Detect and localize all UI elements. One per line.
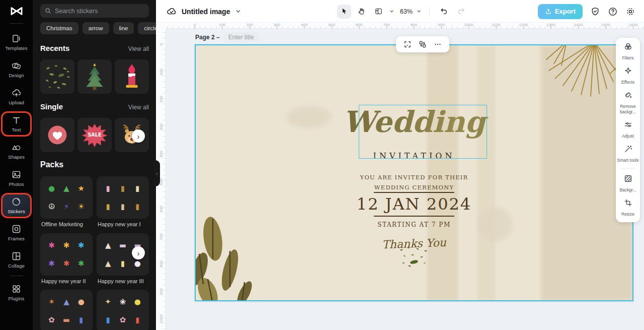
stickers-panel: Christmasarrowlinecircle Recents View al…	[33, 0, 156, 330]
sidebar-item-design[interactable]: Design	[2, 58, 31, 80]
sidebar-item-text[interactable]: Text	[2, 112, 31, 135]
tool-smart-tools[interactable]: Smart tools	[617, 144, 639, 163]
tool-background[interactable]: Backgr...	[617, 174, 639, 192]
document-title[interactable]: Untitled image	[182, 8, 230, 16]
pack-name: Happy new year Ⅰ	[98, 221, 149, 228]
sticker-sale-burst[interactable]: SALE	[77, 118, 112, 152]
pack-sticker: ▮	[101, 311, 115, 329]
tool-label: Backgr...	[617, 187, 639, 192]
pack-sticker: ▮	[115, 254, 130, 273]
ruler-tick-label: 100	[219, 23, 225, 27]
tool-effects[interactable]: Effects	[617, 66, 639, 85]
sidebar-item-upload[interactable]: Upload	[2, 85, 31, 107]
pack-name: Happy new year II	[41, 278, 93, 284]
confetti-graphic	[397, 246, 431, 268]
sticker-christmas-tree[interactable]	[77, 59, 112, 94]
single-scroll-right-button[interactable]: ›	[132, 246, 145, 259]
pack-card[interactable]: ✱✱✱✱✱✱	[40, 233, 93, 276]
packs-title: Packs	[40, 160, 63, 169]
capcut-logo-icon[interactable]	[0, 0, 33, 22]
canvas[interactable]: Wedding INVITATION YOU ARE INVITED FOR T…	[195, 44, 633, 301]
layout-chevron-down-icon[interactable]	[388, 8, 395, 15]
cloud-sync-icon[interactable]	[166, 6, 177, 17]
stickers-icon	[11, 196, 22, 207]
recents-view-all-link[interactable]: View all	[128, 45, 149, 52]
sticker-heart-badge[interactable]	[40, 118, 74, 152]
tool-resize[interactable]: Resize	[617, 198, 639, 217]
pack-sticker: ★	[74, 179, 89, 197]
filter-chip[interactable]: arrow	[83, 22, 109, 34]
pack-sticker: ✿	[44, 311, 59, 329]
filter-chip[interactable]: Christmas	[40, 22, 78, 34]
sticker-pack[interactable]: ▮▮▮▮▮▮Happy new year Ⅰ	[97, 176, 149, 232]
ruler-tick-label: 1000	[158, 314, 164, 324]
pack-card[interactable]: ▮▮▮▮▮▮	[97, 176, 149, 219]
help-icon[interactable]	[608, 7, 618, 17]
tool-label: Remove backgr...	[617, 104, 639, 114]
sticker-green-confetti[interactable]	[40, 59, 74, 94]
tool-remove-background[interactable]: Remove backgr...	[617, 90, 639, 114]
pack-sticker: ▬	[115, 236, 130, 254]
ruler-tick-label: 800	[158, 259, 164, 269]
sidebar-item-shapes[interactable]: Shapes	[2, 140, 31, 162]
zoom-level[interactable]: 63%	[400, 8, 413, 15]
sticker-pack[interactable]: ▲▬▬▲▮●Happy new year III	[97, 233, 149, 289]
settings-gear-icon[interactable]	[625, 7, 635, 17]
title-chevron-down-icon[interactable]	[234, 8, 242, 15]
tool-filters[interactable]: Filters	[617, 42, 639, 60]
sidebar-item-templates[interactable]: Templates	[2, 31, 31, 53]
pack-sticker: ✱	[44, 236, 59, 254]
layout-tool-button[interactable]	[371, 5, 385, 19]
ruler-tick-label: 1600	[628, 23, 637, 27]
divider-rule	[374, 216, 454, 217]
pack-card[interactable]: ✶▲●✿▬▮	[40, 290, 93, 330]
single-view-all-link[interactable]: View all	[128, 104, 149, 111]
invitation-message[interactable]: YOU ARE INVITED FOR THEIR WEDDING CEREMO…	[196, 172, 632, 192]
divider-rule	[374, 192, 454, 193]
privacy-shield-icon[interactable]	[590, 7, 600, 17]
export-button[interactable]: Export	[538, 4, 583, 19]
undo-button[interactable]	[437, 5, 451, 19]
sidebar-item-collage[interactable]: Collage	[2, 248, 31, 271]
sticker-search[interactable]	[40, 4, 149, 18]
tool-label: Adjust	[617, 134, 639, 139]
app-window: Templates Design Upload Text Shapes Phot…	[0, 0, 644, 330]
pack-sticker: ●	[130, 293, 145, 311]
hand-tool-button[interactable]	[354, 5, 368, 19]
invitation-line2: WEDDING CEREMONY	[196, 182, 632, 192]
sticker-candle[interactable]	[115, 59, 149, 94]
page-title-input[interactable]: Enter title	[224, 32, 259, 42]
invitation-time[interactable]: STARTING AT 7 PM	[196, 221, 632, 228]
sidebar-item-frames[interactable]: Frames	[2, 221, 31, 243]
panel-collapse-handle[interactable]: ‹	[154, 160, 160, 186]
sidebar-item-stickers[interactable]: Stickers	[2, 194, 31, 216]
ruler-tick-label: 600	[158, 204, 164, 214]
search-input[interactable]	[55, 8, 144, 15]
pack-card[interactable]: ●▲★☮⚡☀	[40, 176, 93, 219]
page-label: Page 2 –	[195, 34, 220, 41]
sidebar-item-plugins[interactable]: Plugins	[2, 281, 31, 303]
sticker-pack[interactable]: ✶▲●✿▬▮Happy new year IV	[40, 290, 93, 330]
sidebar-item-label: Design	[9, 73, 24, 78]
sidebar-item-photos[interactable]: Photos	[2, 167, 31, 189]
adjust-icon	[623, 120, 633, 131]
tool-label: Smart tools	[617, 158, 639, 163]
sticker-pack[interactable]: ✦❀●▮✿▮Food and Drinks	[97, 290, 149, 330]
pack-sticker: ▮	[115, 179, 130, 197]
recents-scroll-right-button[interactable]: ›	[132, 129, 145, 143]
more-options-icon[interactable]	[431, 38, 444, 51]
sticker-pack[interactable]: ✱✱✱✱✱✱Happy new year II	[40, 233, 93, 289]
filter-chip[interactable]: circle	[138, 22, 156, 34]
selection-box[interactable]	[359, 105, 487, 159]
pack-card[interactable]: ✦❀●▮✿▮	[97, 290, 149, 330]
zoom-chevron-down-icon[interactable]	[416, 8, 422, 15]
sticker-pack[interactable]: ●▲★☮⚡☀Offline Marketing	[40, 176, 93, 232]
tool-adjust[interactable]: Adjust	[617, 120, 639, 139]
invitation-date[interactable]: 12 JAN 2024	[196, 194, 632, 214]
selection-context-toolbar	[396, 36, 449, 52]
select-tool-button[interactable]	[337, 5, 351, 19]
replace-icon[interactable]	[416, 38, 429, 51]
select-area-icon[interactable]	[401, 38, 414, 51]
filter-chip[interactable]: line	[113, 22, 134, 34]
redo-button[interactable]	[454, 5, 468, 19]
